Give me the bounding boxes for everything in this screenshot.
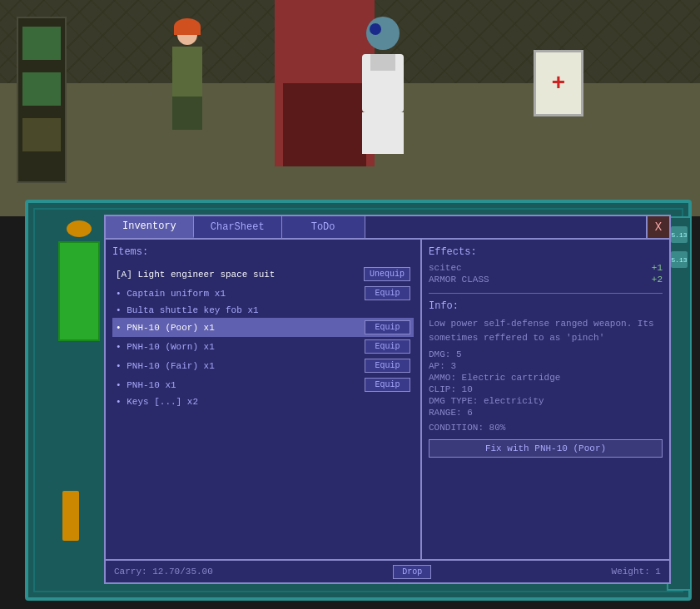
inventory-item-selected[interactable]: • PNH-10 (Poor) x1 Equip	[112, 318, 414, 337]
robot-legs	[362, 112, 404, 154]
effect-label-1: ARMOR CLASS	[429, 275, 489, 285]
effect-label-0: scitec	[429, 263, 462, 273]
unequip-button-0[interactable]: Unequip	[364, 267, 410, 281]
side-component-bottom	[62, 491, 79, 541]
stat-ap: AP: 3	[429, 361, 663, 371]
right-component-1: 5.13	[671, 226, 688, 243]
effect-row-0: scitec +1	[429, 263, 663, 273]
char-hair	[174, 18, 201, 35]
item-text-7: • Keys [...] x2	[116, 397, 410, 407]
item-text-6: • PNH-10 x1	[116, 380, 365, 390]
dialog-content: Items: [A] Light engineer space suit Une…	[106, 240, 669, 559]
stat-ammo: AMMO: Electric cartridge	[429, 373, 663, 383]
items-title: Items:	[112, 246, 414, 258]
tab-todo-label: ToDo	[311, 221, 335, 233]
item-text-4: • PNH-10 (Worn) x1	[116, 342, 365, 352]
stat-dmg: DMG: 5	[429, 349, 663, 359]
item-text-0: [A] Light engineer space suit	[116, 270, 364, 280]
tab-bar: Inventory CharSheet ToDo X	[106, 216, 669, 240]
weight-text: Weight: 1	[612, 567, 661, 577]
effect-value-1: +2	[652, 275, 663, 285]
info-title: Info:	[429, 300, 663, 312]
effects-section: Effects: scitec +1 ARMOR CLASS +2	[429, 246, 663, 294]
close-button[interactable]: X	[646, 216, 669, 238]
info-description: Low power self-defense ranged weapon. It…	[429, 317, 663, 344]
med-cross-icon: +	[552, 71, 566, 97]
equip-button-1[interactable]: Equip	[365, 286, 410, 300]
equip-button-4[interactable]: Equip	[365, 339, 410, 354]
side-component-top	[67, 220, 92, 237]
char-torso	[172, 47, 202, 97]
tab-todo[interactable]: ToDo	[282, 216, 365, 238]
robot-detail	[370, 54, 395, 71]
tab-inventory[interactable]: Inventory	[106, 216, 194, 238]
inventory-item[interactable]: • PNH-10 (Fair) x1 Equip	[112, 356, 414, 375]
right-info-panel: Effects: scitec +1 ARMOR CLASS +2 Info: …	[422, 240, 669, 559]
robot-head	[366, 17, 400, 50]
info-section: Info: Low power self-defense ranged weap…	[429, 300, 663, 552]
fix-button[interactable]: Fix with PNH-10 (Poor)	[429, 439, 663, 458]
game-background: +	[0, 0, 700, 216]
effect-value-0: +1	[652, 263, 663, 273]
equip-button-3[interactable]: Equip	[365, 320, 410, 334]
tab-charsheet[interactable]: CharSheet	[194, 216, 282, 238]
inventory-panel: Items: [A] Light engineer space suit Une…	[106, 240, 422, 559]
inventory-item[interactable]: • Bulta shuttle key fob x1	[112, 303, 414, 318]
item-text-5: • PNH-10 (Fair) x1	[116, 361, 365, 371]
drop-button[interactable]: Drop	[393, 565, 431, 579]
close-icon: X	[655, 220, 662, 234]
char-head	[177, 25, 197, 45]
right-component-2: 5.13	[671, 251, 688, 268]
equip-button-6[interactable]: Equip	[365, 378, 410, 392]
tab-charsheet-label: CharSheet	[211, 221, 265, 233]
carry-text: Carry: 12.70/35.00	[114, 567, 213, 577]
item-text-2: • Bulta shuttle key fob x1	[116, 305, 410, 315]
bottom-bar: Carry: 12.70/35.00 Drop Weight: 1	[106, 559, 669, 582]
effects-title: Effects:	[429, 246, 663, 258]
char-legs	[172, 97, 202, 130]
side-green-component	[58, 241, 100, 341]
item-text-1: • Captain uniform x1	[116, 289, 365, 299]
stat-dmgtype: DMG TYPE: electricity	[429, 396, 663, 406]
shelf	[17, 17, 67, 183]
item-text-3: • PNH-10 (Poor) x1	[116, 323, 365, 333]
stat-range: RANGE: 6	[429, 408, 663, 418]
tab-inventory-label: Inventory	[122, 220, 176, 232]
med-cabinet: +	[534, 50, 583, 116]
dialog-window: Inventory CharSheet ToDo X Items: [A] Li…	[104, 215, 671, 584]
inventory-item[interactable]: • PNH-10 x1 Equip	[112, 375, 414, 394]
condition-text: CONDITION: 80%	[429, 423, 663, 433]
stat-clip: CLIP: 10	[429, 384, 663, 394]
inventory-item[interactable]: • Captain uniform x1 Equip	[112, 284, 414, 303]
robot-visor	[370, 23, 381, 35]
effect-row-1: ARMOR CLASS +2	[429, 275, 663, 285]
character-female	[166, 25, 216, 158]
inventory-item[interactable]: • PNH-10 (Worn) x1 Equip	[112, 337, 414, 356]
equip-button-5[interactable]: Equip	[365, 359, 410, 373]
robot-body	[362, 54, 404, 112]
inventory-item[interactable]: • Keys [...] x2	[112, 394, 414, 409]
character-robot	[350, 17, 416, 166]
inventory-item[interactable]: [A] Light engineer space suit Unequip	[112, 265, 414, 284]
